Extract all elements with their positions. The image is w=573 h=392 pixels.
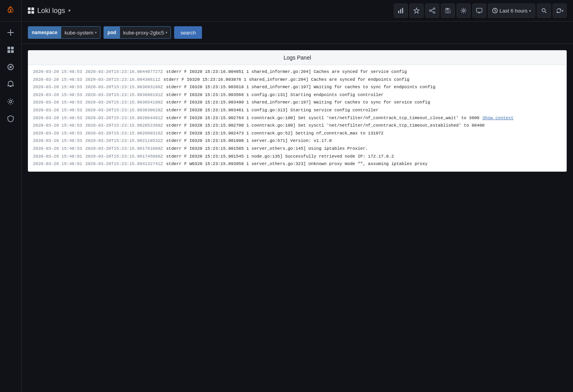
search-icon: [541, 8, 547, 13]
save-button[interactable]: [441, 4, 455, 18]
svg-point-6: [10, 67, 11, 68]
log-message: stderr F I0320 15:23:16.004051 1 shared_…: [166, 69, 407, 76]
topbar-actions: Last 6 hours ▾ ▾: [394, 4, 567, 18]
sidebar-item-explore[interactable]: [3, 59, 18, 75]
svg-rect-9: [400, 9, 401, 13]
svg-rect-2: [11, 47, 14, 49]
search-button[interactable]: search: [174, 26, 202, 39]
log-timestamp-local: 2020-03-20 15:48:53: [33, 130, 82, 137]
content-area: Logs Panel 2020-03-20 15:48:532020-03-20…: [22, 44, 573, 392]
logs-content: 2020-03-20 15:48:532020-03-20T15:23:16.0…: [28, 65, 566, 171]
log-timestamp-utc: 2020-03-20T15:23:15.902118532Z: [85, 138, 163, 145]
svg-point-18: [542, 9, 545, 12]
log-timestamp-utc: 2020-03-20T15:23:15.903630628Z: [85, 107, 163, 114]
star-button[interactable]: [409, 4, 424, 18]
settings-button[interactable]: [457, 4, 471, 18]
svg-rect-10: [402, 8, 403, 13]
log-timestamp-utc: 2020-03-20T15:23:15.901761069Z: [85, 145, 163, 152]
log-timestamp-local: 2020-03-20 15:48:53: [33, 122, 82, 129]
log-row: 2020-03-20 15:48:532020-03-20T15:23:15.9…: [30, 145, 565, 153]
log-message: stderr F I0320 15:23:15.902700 1 conntra…: [166, 122, 484, 129]
pod-caret: ▾: [166, 31, 167, 34]
sidebar-item-server-admin[interactable]: [3, 111, 18, 127]
show-context-link[interactable]: Show context: [482, 115, 513, 122]
log-message: stderr F I0320 15:23:15.902473 1 conntra…: [166, 130, 384, 137]
log-timestamp-utc: 2020-03-20T15:23:16.00438611Z: [85, 76, 160, 83]
log-timestamp-utc: 2020-03-20T15:23:15.903688191Z: [85, 92, 163, 99]
log-row: 2020-03-20 15:48:532020-03-20T15:23:15.9…: [30, 83, 565, 91]
log-timestamp-utc: 2020-03-20T15:23:15.902852369Z: [85, 122, 163, 129]
svg-rect-14: [447, 8, 448, 9]
log-row: 2020-03-20 15:48:012020-03-20T15:23:15.9…: [30, 153, 565, 161]
log-timestamp-local: 2020-03-20 15:48:53: [33, 84, 82, 91]
log-timestamp-utc: 2020-03-20T15:23:15.901745066Z: [85, 153, 163, 160]
svg-rect-1: [7, 47, 10, 49]
svg-point-13: [433, 12, 435, 13]
log-message: stderr F I0320 15:23:15.901545 1 node.go…: [166, 153, 394, 160]
log-timestamp-utc: 2020-03-20T15:23:16.004407727Z: [85, 69, 163, 76]
title-caret-icon: ▾: [68, 8, 71, 13]
log-row: 2020-03-20 15:48:532020-03-20T15:23:16.0…: [30, 76, 565, 84]
namespace-filter[interactable]: namespace kube-system ▾: [28, 26, 100, 39]
sidebar-item-dashboards[interactable]: [3, 42, 18, 58]
log-timestamp-utc: 2020-03-20T15:23:15.903654189Z: [85, 99, 163, 106]
query-bar: namespace kube-system ▾ pod kube-proxy-2…: [22, 22, 573, 44]
sidebar-item-configuration[interactable]: [3, 94, 18, 109]
log-timestamp-local: 2020-03-20 15:48:01: [33, 153, 82, 160]
log-timestamp-local: 2020-03-20 15:48:53: [33, 138, 82, 145]
log-message: stderr F W0320 15:23:15.893958 1 server_…: [166, 161, 427, 168]
main-content: Loki logs ▾: [22, 0, 573, 392]
search-zoom-button[interactable]: [537, 4, 551, 18]
apps-grid-icon: [28, 7, 34, 14]
svg-rect-8: [398, 11, 399, 13]
log-message: stderr F I0320 15:23:15.903566 1 config.…: [166, 92, 384, 99]
dashboard-title-container[interactable]: Loki logs ▾: [28, 7, 71, 15]
sidebar: [0, 0, 22, 392]
svg-point-7: [9, 100, 12, 103]
pod-value[interactable]: kube-proxy-2gbc5 ▾: [120, 26, 171, 39]
log-timestamp-local: 2020-03-20 15:48:53: [33, 76, 82, 83]
sidebar-item-alerting[interactable]: [3, 76, 18, 92]
svg-rect-16: [477, 8, 482, 12]
log-row: 2020-03-20 15:48:532020-03-20T15:23:15.9…: [30, 99, 565, 107]
log-message: stderr F I0320 15:23:16.003876 1 shared_…: [164, 76, 409, 83]
namespace-key: namespace: [28, 26, 61, 39]
tv-mode-button[interactable]: [472, 4, 486, 18]
log-message: stderr F I0320 15:23:15.902764 1 conntra…: [166, 115, 479, 122]
share-button[interactable]: [425, 4, 439, 18]
logs-panel-title: Logs Panel: [28, 51, 566, 65]
grafana-logo[interactable]: [0, 0, 22, 22]
log-message: stderr F I0320 15:23:15.903618 1 shared_…: [166, 84, 435, 91]
visualize-button[interactable]: [394, 4, 408, 18]
clock-icon: [492, 8, 498, 13]
log-timestamp-utc: 2020-03-20T15:23:15.894132741Z: [85, 161, 163, 168]
log-message: stderr F I0320 15:23:15.903490 1 shared_…: [166, 99, 430, 106]
log-message: stderr F I0320 15:23:15.901585 1 server_…: [166, 145, 368, 152]
time-picker[interactable]: Last 6 hours ▾: [488, 4, 535, 18]
log-timestamp-local: 2020-03-20 15:48:53: [33, 115, 82, 122]
svg-point-12: [429, 10, 431, 11]
namespace-value[interactable]: kube-system ▾: [61, 26, 100, 39]
sidebar-item-add[interactable]: [3, 25, 18, 40]
svg-point-11: [433, 8, 435, 9]
namespace-caret: ▾: [95, 31, 97, 34]
time-picker-caret: ▾: [529, 9, 531, 13]
refresh-button[interactable]: ▾: [553, 4, 567, 18]
log-row: 2020-03-20 15:48:012020-03-20T15:23:15.8…: [30, 160, 565, 168]
log-row: 2020-03-20 15:48:532020-03-20T15:23:15.9…: [30, 107, 565, 114]
log-timestamp-utc: 2020-03-20T15:23:15.902864491Z: [85, 115, 163, 122]
log-message: stderr F I0320 15:23:15.903461 1 config.…: [166, 107, 378, 114]
log-row: 2020-03-20 15:48:532020-03-20T15:23:15.9…: [30, 114, 565, 122]
log-timestamp-utc: 2020-03-20T15:23:15.903693189Z: [85, 84, 163, 91]
log-timestamp-utc: 2020-03-20T15:23:15.902600316Z: [85, 130, 163, 137]
pod-key: pod: [104, 26, 120, 39]
pod-filter[interactable]: pod kube-proxy-2gbc5 ▾: [104, 26, 171, 39]
refresh-icon: [556, 8, 562, 13]
svg-rect-3: [7, 50, 10, 53]
log-timestamp-local: 2020-03-20 15:48:53: [33, 92, 82, 99]
time-picker-label: Last 6 hours: [499, 8, 528, 14]
log-timestamp-local: 2020-03-20 15:48:53: [33, 145, 82, 152]
log-timestamp-local: 2020-03-20 15:48:01: [33, 161, 82, 168]
logs-panel: Logs Panel 2020-03-20 15:48:532020-03-20…: [28, 50, 567, 172]
dashboard-title: Loki logs: [37, 7, 65, 15]
